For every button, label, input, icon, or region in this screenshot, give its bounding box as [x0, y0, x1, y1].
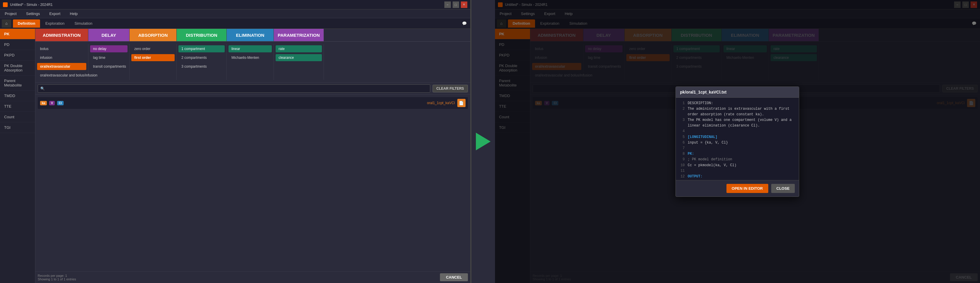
code-line-5: 5 [LONGITUDINAL] — [679, 134, 796, 140]
left-model-options: bolus infusion oral/extravascular oral/e… — [35, 42, 470, 83]
left-window-controls: − □ ✕ — [444, 2, 467, 8]
left-tab-definition[interactable]: Definition — [13, 19, 40, 28]
code-line-12: 12 OUTPUT: — [679, 174, 796, 179]
left-tab-bar: ⌂ Definition Exploration Simulation 💬 — [0, 18, 470, 29]
option-3-compartments[interactable]: 3 compartments — [178, 63, 225, 70]
left-tab-simulation[interactable]: Simulation — [70, 19, 97, 28]
left-app-icon — [3, 2, 8, 7]
sidebar-item-tgi[interactable]: TGI — [0, 122, 35, 133]
left-elim-col: linear Michaelis-Menten — [227, 44, 274, 80]
left-clear-filters-btn[interactable]: CLEAR FILTERS — [433, 85, 468, 92]
sidebar-item-count[interactable]: Count — [0, 112, 35, 122]
left-file-name: oral1_1cpt_kaVCl — [66, 101, 455, 105]
option-michaelis[interactable]: Michaelis-Menten — [229, 54, 272, 61]
left-sidebar: PK PD PKPD PK Double Absorption Parent M… — [0, 29, 35, 283]
left-menu-settings[interactable]: Settings — [24, 10, 42, 17]
left-menu-bar: Project Settings Export Help — [0, 9, 470, 18]
col-header-distrib: Distribution — [177, 29, 227, 41]
left-chat-icon[interactable]: 💬 — [460, 19, 468, 28]
left-admin-col: bolus infusion oral/extravascular oral/e… — [35, 44, 88, 80]
left-maximize-btn[interactable]: □ — [453, 2, 459, 8]
code-line-11: 11 — [679, 168, 796, 174]
left-absorb-col: zero order first order — [130, 44, 177, 80]
arrow-right-icon — [476, 133, 491, 150]
left-tab-exploration[interactable]: Exploration — [41, 19, 69, 28]
left-model-area: Administration Delay Absorption Distribu… — [35, 29, 470, 283]
left-main-content: PK PD PKPD PK Double Absorption Parent M… — [0, 29, 470, 283]
open-editor-btn[interactable]: OPEN IN EDITOR — [727, 184, 768, 193]
sidebar-item-pkpd[interactable]: PKPD — [0, 50, 35, 61]
left-menu-help[interactable]: Help — [67, 10, 80, 17]
sidebar-item-tmdd[interactable]: TMDD — [0, 91, 35, 101]
option-no-delay[interactable]: no delay — [90, 45, 127, 52]
option-rate[interactable]: rate — [275, 45, 322, 52]
left-badge-ka: ka — [40, 101, 47, 105]
left-records-per-page: Records per page: 1 — [38, 274, 76, 277]
code-line-7: 7 — [679, 145, 796, 151]
option-bolus[interactable]: bolus — [37, 45, 86, 52]
modal-overlay: pk/oral1_1cpt_kaVCl.txt 1 DESCRIPTION: 2… — [495, 0, 980, 283]
left-badge-cl: Cl — [57, 101, 64, 105]
option-lag-time[interactable]: lag time — [90, 54, 127, 61]
code-line-10: 10 Cc = pkmodel(ka, V, Cl) — [679, 163, 796, 168]
col-header-param: Parametrization — [274, 29, 324, 41]
code-line-8: 8 PK: — [679, 151, 796, 157]
left-footer-info: Records per page: 1 Showing 1 to 1 of 1 … — [38, 274, 76, 281]
col-header-delay: Delay — [88, 29, 130, 41]
left-cancel-btn[interactable]: CANCEL — [440, 273, 468, 281]
left-badge-v: V — [49, 101, 55, 105]
left-search-bar: CLEAR FILTERS — [35, 83, 470, 95]
right-window: Untitled* - Simulx - 2024R1 − □ ✕ Projec… — [495, 0, 980, 283]
left-menu-project[interactable]: Project — [2, 10, 19, 17]
option-oral-extra-bolus[interactable]: oral/extravascular and bolus/infusion — [37, 72, 86, 79]
code-line-4: 4 — [679, 128, 796, 134]
left-minimize-btn[interactable]: − — [444, 2, 451, 8]
modal-code-area[interactable]: 1 DESCRIPTION: 2 The administration is e… — [676, 98, 799, 180]
col-header-admin: Administration — [35, 29, 88, 41]
option-1-compartment[interactable]: 1 compartment — [178, 45, 225, 52]
code-line-6: 6 input = {ka, V, Cl} — [679, 140, 796, 145]
left-distrib-col: 1 compartment 2 compartments 3 compartme… — [177, 44, 227, 80]
left-search-input[interactable] — [38, 84, 430, 93]
left-title-bar: Untitled* - Simulx - 2024R1 − □ ✕ — [0, 0, 470, 9]
left-showing-entries: Showing 1 to 1 of 1 entries — [38, 277, 76, 281]
modal-close-btn[interactable]: CLOSE — [771, 184, 795, 193]
file-preview-modal: pk/oral1_1cpt_kaVCl.txt 1 DESCRIPTION: 2… — [676, 87, 799, 197]
option-oral-extra[interactable]: oral/extravascular — [37, 63, 86, 70]
left-file-row: ka V Cl oral1_1cpt_kaVCl 📄 — [38, 97, 468, 109]
left-col-headers: Administration Delay Absorption Distribu… — [35, 29, 470, 42]
code-line-9: 9 ; PK model definition — [679, 157, 796, 162]
sidebar-item-pk-double[interactable]: PK Double Absorption — [0, 61, 35, 76]
code-line-2: 2 The administration is extravascular wi… — [679, 106, 796, 117]
modal-title: pk/oral1_1cpt_kaVCl.txt — [680, 90, 727, 95]
left-menu-export[interactable]: Export — [47, 10, 63, 17]
left-file-icon-btn[interactable]: 📄 — [457, 99, 466, 107]
left-delay-col: no delay lag time transit compartments — [88, 44, 130, 80]
arrow-container — [471, 0, 495, 283]
modal-title-bar: pk/oral1_1cpt_kaVCl.txt — [676, 87, 799, 98]
left-footer: Records per page: 1 Showing 1 to 1 of 1 … — [35, 271, 470, 283]
modal-footer: OPEN IN EDITOR CLOSE — [676, 180, 799, 196]
left-home-btn[interactable]: ⌂ — [2, 19, 11, 28]
left-window: Untitled* - Simulx - 2024R1 − □ ✕ Projec… — [0, 0, 471, 283]
code-line-3: 3 The PK model has one compartment (volu… — [679, 117, 796, 128]
sidebar-item-tte[interactable]: TTE — [0, 101, 35, 112]
option-clearance[interactable]: clearance — [275, 54, 322, 61]
left-window-title: Untitled* - Simulx - 2024R1 — [10, 3, 53, 7]
option-first-order[interactable]: first order — [131, 54, 175, 61]
sidebar-item-parent-metabolite[interactable]: Parent Metabolite — [0, 76, 35, 91]
left-file-list: ka V Cl oral1_1cpt_kaVCl 📄 — [35, 95, 470, 271]
code-line-1: 1 DESCRIPTION: — [679, 101, 796, 106]
option-2-compartments[interactable]: 2 compartments — [178, 54, 225, 61]
option-linear[interactable]: linear — [229, 45, 272, 52]
left-param-col: rate clearance — [274, 44, 324, 80]
col-header-elim: Elimination — [227, 29, 274, 41]
col-header-absorb: Absorption — [130, 29, 177, 41]
option-infusion[interactable]: infusion — [37, 54, 86, 61]
option-transit[interactable]: transit compartments — [90, 63, 127, 70]
sidebar-item-pd[interactable]: PD — [0, 40, 35, 50]
left-close-btn[interactable]: ✕ — [461, 2, 467, 8]
sidebar-item-pk[interactable]: PK — [0, 29, 35, 40]
option-zero-order[interactable]: zero order — [131, 45, 175, 52]
